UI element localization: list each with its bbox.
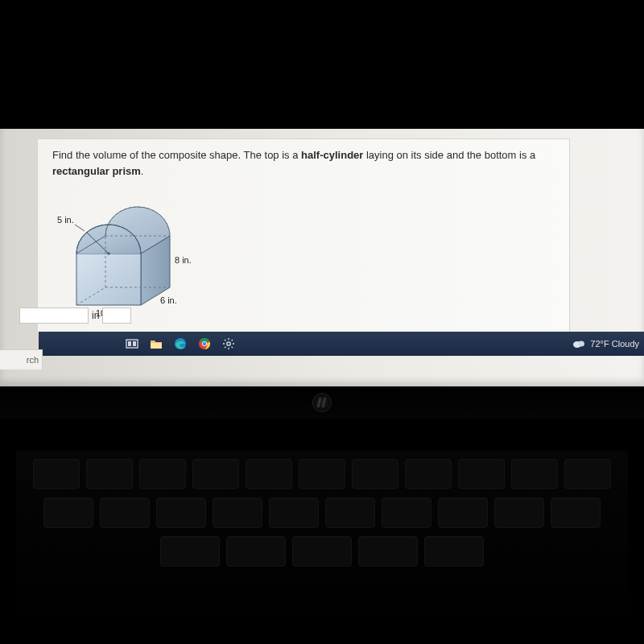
- question-text: Find the volume of the composite shape. …: [52, 147, 555, 179]
- svg-line-26: [232, 340, 233, 341]
- svg-rect-12: [133, 341, 136, 346]
- svg-line-23: [225, 340, 225, 341]
- taskbar-center: [126, 337, 235, 350]
- question-bold2: rectangular prism: [52, 165, 141, 177]
- composite-shape-diagram: 5 in. 8 in. 6 in. 10 in.: [52, 184, 205, 321]
- svg-line-25: [225, 347, 225, 348]
- chrome-icon[interactable]: [198, 337, 211, 350]
- question-suffix: .: [141, 165, 144, 177]
- svg-point-17: [203, 342, 206, 345]
- answer-exponent-input[interactable]: [102, 308, 131, 324]
- search-box-fragment[interactable]: rch: [0, 349, 43, 369]
- answer-value-input[interactable]: [19, 308, 89, 324]
- svg-line-24: [232, 347, 233, 348]
- question-card: Find the volume of the composite shape. …: [37, 138, 570, 333]
- svg-point-8: [108, 253, 110, 255]
- label-radius: 5 in.: [57, 215, 74, 225]
- weather-text[interactable]: 72°F Cloudy: [590, 339, 639, 349]
- search-fragment-text: rch: [27, 355, 39, 365]
- settings-icon[interactable]: [222, 337, 235, 350]
- svg-line-9: [75, 225, 85, 231]
- hp-logo-icon: [312, 393, 332, 412]
- edge-icon[interactable]: [174, 337, 187, 350]
- laptop-keyboard: [16, 451, 628, 620]
- file-explorer-icon[interactable]: [150, 338, 163, 349]
- label-width: 6 in.: [160, 295, 177, 305]
- svg-point-18: [227, 342, 230, 345]
- question-bold1: half-cylinder: [301, 149, 363, 161]
- windows-taskbar[interactable]: 72°F Cloudy: [39, 332, 644, 356]
- question-prefix: Find the volume of the composite shape. …: [52, 149, 301, 161]
- photo-frame: Find the volume of the composite shape. …: [0, 0, 644, 644]
- answer-unit: in: [92, 310, 99, 321]
- svg-point-28: [578, 341, 584, 347]
- laptop-bezel: [0, 386, 644, 419]
- svg-marker-1: [76, 254, 141, 305]
- svg-rect-13: [151, 343, 162, 349]
- weather-icon[interactable]: [572, 339, 585, 349]
- taskbar-right: 72°F Cloudy: [572, 339, 639, 349]
- question-mid: laying on its side and the bottom is a: [363, 149, 535, 161]
- answer-row: in: [19, 308, 131, 324]
- laptop-screen: Find the volume of the composite shape. …: [0, 129, 644, 386]
- label-height: 8 in.: [175, 255, 192, 265]
- svg-rect-11: [128, 341, 131, 346]
- task-view-icon[interactable]: [126, 337, 138, 350]
